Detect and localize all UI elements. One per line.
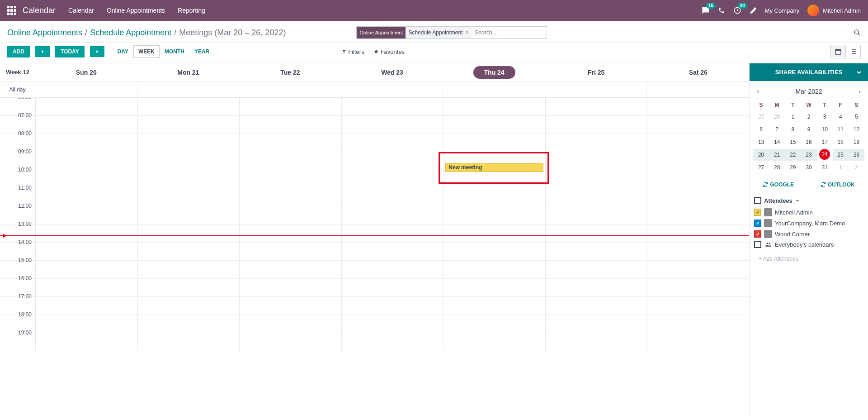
mini-cal-day[interactable]: 25 [833, 149, 849, 161]
mini-cal-day[interactable]: 16 [801, 136, 816, 148]
search-icon[interactable] [854, 29, 861, 36]
mini-cal-day[interactable]: 26 [849, 149, 864, 161]
day-column[interactable] [239, 98, 341, 351]
mini-cal-day[interactable]: 5 [849, 111, 864, 123]
allday-cell[interactable] [443, 81, 545, 97]
mini-cal-day[interactable]: 30 [801, 162, 816, 173]
search-box[interactable]: Online Appointment Schedule Appointment … [356, 26, 547, 39]
sync-outlook-button[interactable]: OUTLOOK [821, 181, 855, 188]
messages-icon[interactable]: 15 [702, 6, 710, 14]
day-header-sun[interactable]: Sun 20 [35, 69, 137, 76]
mini-cal-day[interactable]: 6 [753, 124, 769, 135]
settings-icon[interactable] [750, 7, 757, 14]
attendees-header[interactable]: Attendees [754, 197, 863, 204]
day-header-thu[interactable]: Thu 24 [443, 69, 545, 76]
view-week[interactable]: WEEK [133, 45, 160, 58]
day-column[interactable]: New meeting [443, 98, 545, 351]
day-column[interactable] [545, 98, 647, 351]
mini-cal-day[interactable]: 27 [753, 162, 769, 173]
mini-cal-day[interactable]: 7 [769, 124, 785, 135]
mini-cal-day[interactable]: 29 [785, 162, 801, 173]
allday-cell[interactable] [545, 81, 647, 97]
day-header-mon[interactable]: Mon 21 [137, 69, 240, 76]
attendee-checkbox[interactable] [754, 241, 761, 248]
mini-cal-day[interactable]: 2 [801, 111, 816, 123]
mini-cal-day[interactable]: 8 [785, 124, 801, 135]
prev-button[interactable] [35, 46, 50, 57]
search-input[interactable] [472, 27, 547, 38]
mini-cal-day[interactable]: 12 [849, 124, 864, 135]
mini-cal-day[interactable]: 31 [817, 162, 833, 173]
mini-cal-day[interactable]: 14 [769, 136, 785, 148]
allday-cell[interactable] [647, 81, 749, 97]
mini-cal-day[interactable]: 27 [753, 111, 769, 123]
share-availabilities-button[interactable]: SHARE AVAILABILITIES [750, 63, 868, 81]
attendee-item[interactable]: Mitchell Admin [754, 207, 863, 218]
mini-cal-day[interactable]: 17 [817, 136, 833, 148]
day-column[interactable] [35, 98, 137, 351]
attendee-item[interactable]: Wood Corner [754, 229, 863, 239]
phone-icon[interactable] [718, 7, 725, 14]
mini-cal-day[interactable]: 20 [753, 149, 769, 161]
mini-cal-day[interactable]: 11 [833, 124, 849, 135]
day-header-fri[interactable]: Fri 25 [545, 69, 647, 76]
allday-cell[interactable] [35, 81, 137, 97]
mini-cal-day[interactable]: 28 [769, 111, 785, 123]
nav-online-appointments[interactable]: Online Appointments [107, 7, 165, 14]
mini-cal-day[interactable]: 13 [753, 136, 769, 148]
day-column[interactable] [341, 98, 443, 351]
breadcrumb-appointments[interactable]: Online Appointments [7, 28, 82, 38]
day-header-tue[interactable]: Tue 22 [239, 69, 341, 76]
attendee-item[interactable]: YourCompany, Marc Demo [754, 218, 863, 229]
view-month[interactable]: MONTH [160, 45, 189, 58]
mini-cal-prev[interactable]: ‹ [757, 87, 759, 95]
mini-cal-day[interactable]: 4 [833, 111, 849, 123]
mini-cal-day[interactable]: 9 [801, 124, 816, 135]
activities-icon[interactable]: 34 [733, 6, 741, 14]
mini-cal-day[interactable]: 15 [785, 136, 801, 148]
day-column[interactable] [137, 98, 240, 351]
calendar-view-icon[interactable] [830, 45, 845, 58]
view-year[interactable]: YEAR [189, 45, 214, 58]
mini-cal-day[interactable]: 23 [801, 149, 816, 161]
allday-cell[interactable] [137, 81, 240, 97]
filters-button[interactable]: Filters [342, 48, 364, 55]
attendee-item[interactable]: Everybody's calendars [754, 239, 863, 249]
grid-scroll[interactable]: 06:0007:0008:0009:0010:0011:0012:0013:00… [0, 98, 749, 416]
attendee-checkbox[interactable] [754, 230, 761, 238]
next-button[interactable] [90, 46, 104, 57]
day-column[interactable] [647, 98, 749, 351]
attendees-checkbox[interactable] [754, 197, 761, 204]
list-view-icon[interactable] [845, 45, 861, 58]
mini-cal-day[interactable]: 21 [769, 149, 785, 161]
mini-cal-day[interactable]: 22 [785, 149, 801, 161]
sync-google-button[interactable]: GOOGLE [763, 181, 794, 188]
mini-cal-day[interactable]: 1 [833, 162, 849, 173]
add-button[interactable]: ADD [7, 46, 30, 57]
nav-reporting[interactable]: Reporting [178, 7, 205, 14]
add-attendees-input[interactable]: + Add Attendees [754, 252, 863, 266]
allday-cell[interactable] [341, 81, 443, 97]
company-name[interactable]: My Company [765, 7, 800, 14]
day-header-wed[interactable]: Wed 23 [341, 69, 443, 76]
apps-menu-icon[interactable] [7, 6, 16, 15]
mini-cal-day[interactable]: 19 [849, 136, 864, 148]
allday-cell[interactable] [239, 81, 341, 97]
today-button[interactable]: TODAY [55, 46, 85, 57]
view-day[interactable]: DAY [113, 45, 133, 58]
mini-cal-next[interactable]: › [859, 87, 861, 95]
mini-cal-day[interactable]: 10 [817, 124, 833, 135]
attendee-checkbox[interactable] [754, 220, 761, 227]
remove-chip-icon[interactable]: × [466, 29, 469, 36]
mini-cal-day[interactable]: 3 [817, 111, 833, 123]
nav-calendar[interactable]: Calendar [68, 7, 94, 14]
user-menu[interactable]: Mitchell Admin [807, 5, 861, 16]
mini-cal-day[interactable]: 28 [769, 162, 785, 173]
mini-cal-day[interactable]: 24 [819, 149, 830, 160]
favorites-button[interactable]: Favorites [373, 48, 405, 55]
attendee-checkbox[interactable] [754, 209, 761, 216]
mini-cal-day[interactable]: 1 [785, 111, 801, 123]
breadcrumb-schedule[interactable]: Schedule Appointment [90, 28, 171, 38]
mini-cal-day[interactable]: 2 [849, 162, 864, 173]
calendar-event[interactable]: New meeting [445, 163, 543, 172]
